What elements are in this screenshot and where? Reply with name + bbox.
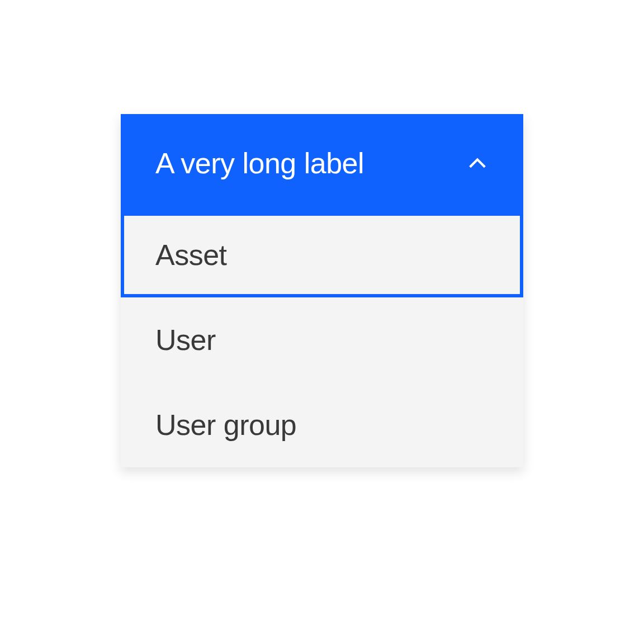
chevron-up-icon	[466, 152, 489, 174]
dropdown-item-label: Asset	[155, 238, 227, 272]
dropdown-toggle[interactable]: A very long label	[121, 114, 523, 212]
dropdown-item-user[interactable]: User	[121, 297, 523, 382]
dropdown-label: A very long label	[155, 146, 364, 180]
dropdown-item-asset[interactable]: Asset	[121, 212, 523, 297]
dropdown: A very long label Asset User User group	[121, 114, 523, 467]
dropdown-item-label: User group	[155, 408, 296, 442]
dropdown-item-user-group[interactable]: User group	[121, 382, 523, 467]
dropdown-menu: Asset User User group	[121, 212, 523, 467]
dropdown-item-label: User	[155, 323, 216, 357]
